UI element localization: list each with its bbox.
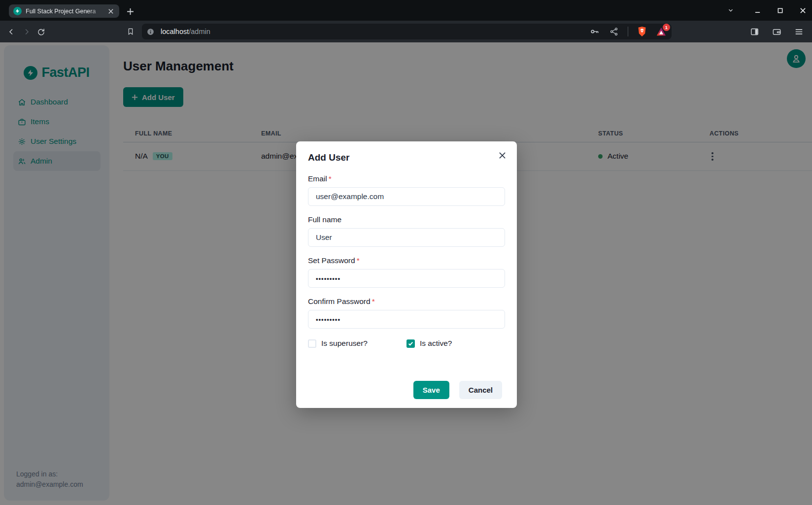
reload-button[interactable] xyxy=(34,24,48,39)
titlebar: Full Stack Project Genera xyxy=(0,0,812,21)
required-asterisk: * xyxy=(372,297,375,305)
modal-actions: Save Cancel xyxy=(413,381,502,399)
url-text: localhost/admin xyxy=(161,28,210,35)
share-icon[interactable] xyxy=(609,26,619,37)
browser-toolbar: localhost/admin 1 xyxy=(0,21,812,42)
email-field[interactable] xyxy=(308,187,505,206)
add-user-modal: Add User Email* Full name Set Password* … xyxy=(296,141,517,408)
set-password-field[interactable] xyxy=(308,269,505,288)
new-tab-button[interactable] xyxy=(124,5,136,17)
tab-search-chevron-down-icon[interactable] xyxy=(725,5,736,16)
brave-shield-icon[interactable] xyxy=(637,26,647,37)
cancel-button[interactable]: Cancel xyxy=(459,381,502,399)
modal-title: Add User xyxy=(308,152,505,163)
confirm-password-label: Confirm Password* xyxy=(308,297,505,306)
required-asterisk: * xyxy=(357,256,360,265)
checkbox-row: Is superuser? Is active? xyxy=(308,339,505,348)
browser-window: Full Stack Project Genera xyxy=(0,0,812,505)
url-path: /admin xyxy=(189,28,210,35)
maximize-button[interactable] xyxy=(775,5,785,16)
menu-hamburger-icon[interactable] xyxy=(791,24,806,39)
required-asterisk: * xyxy=(329,174,332,183)
bookmark-icon[interactable] xyxy=(123,24,138,39)
close-window-button[interactable] xyxy=(797,5,808,16)
password-key-icon[interactable] xyxy=(589,26,600,37)
confirm-password-field[interactable] xyxy=(308,310,505,329)
url-host: localhost xyxy=(161,28,189,35)
is-active-checkbox[interactable]: Is active? xyxy=(406,339,452,348)
set-password-label: Set Password* xyxy=(308,256,505,265)
fastapi-favicon-icon xyxy=(13,7,22,15)
browser-tab[interactable]: Full Stack Project Genera xyxy=(9,4,119,18)
toolbar-divider xyxy=(628,27,628,36)
back-button[interactable] xyxy=(4,24,19,39)
rewards-badge: 1 xyxy=(663,24,670,31)
checkbox-checked-icon[interactable] xyxy=(406,339,415,348)
email-label: Email* xyxy=(308,174,505,183)
checkbox-unchecked-icon[interactable] xyxy=(308,339,316,348)
site-info-icon[interactable] xyxy=(146,27,155,36)
full-name-field[interactable] xyxy=(308,228,505,247)
tab-title: Full Stack Project Genera xyxy=(26,8,106,15)
is-superuser-label: Is superuser? xyxy=(321,339,368,348)
brave-rewards-icon[interactable]: 1 xyxy=(656,26,667,37)
tab-close-icon[interactable] xyxy=(106,7,115,16)
page-content: FastAPI Dashboard Items xyxy=(0,42,812,505)
modal-close-icon[interactable] xyxy=(494,147,510,163)
url-bar[interactable]: localhost/admin 1 xyxy=(142,24,672,39)
forward-button[interactable] xyxy=(19,24,34,39)
full-name-label: Full name xyxy=(308,215,505,224)
minimize-button[interactable] xyxy=(752,5,763,16)
sidebar-toggle-icon[interactable] xyxy=(747,24,762,39)
is-superuser-checkbox[interactable]: Is superuser? xyxy=(308,339,406,348)
is-active-label: Is active? xyxy=(420,339,452,348)
wallet-icon[interactable] xyxy=(769,24,784,39)
save-button[interactable]: Save xyxy=(413,381,449,399)
